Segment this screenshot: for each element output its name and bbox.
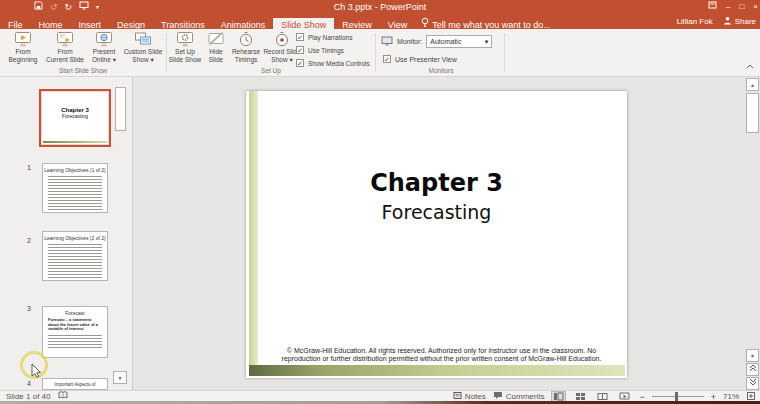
previous-slide-button[interactable] xyxy=(746,363,759,376)
zoom-in-button[interactable]: + xyxy=(711,392,716,402)
set-up-slide-show-icon xyxy=(168,31,202,48)
share-button[interactable]: Share xyxy=(723,16,756,27)
window-title: Ch 3.pptx - PowerPoint xyxy=(0,2,760,12)
thumbnail-slide-2[interactable]: Learning Objectives (1 of 2) xyxy=(42,163,108,213)
monitor-icon xyxy=(381,36,393,47)
minimize-button[interactable]: – xyxy=(726,0,730,14)
window-controls: – □ × xyxy=(708,0,758,14)
ribbon-tab-bar: FileHomeInsertDesignTransitionsAnimation… xyxy=(0,14,760,29)
next-slide-button[interactable] xyxy=(746,377,759,390)
scroll-up-button[interactable]: ▴ xyxy=(746,78,759,91)
set-up-slide-show-button[interactable]: Set Up Slide Show xyxy=(168,30,202,63)
rehearse-timings-icon xyxy=(230,31,262,48)
slide-number: 2 xyxy=(27,237,31,244)
hide-slide-icon xyxy=(203,31,229,48)
mini-text-lines xyxy=(48,335,102,349)
custom-slide-show-icon xyxy=(122,31,164,48)
dropdown-arrow-icon: ▾ xyxy=(113,56,116,63)
group-label-monitors: Monitors xyxy=(378,67,504,74)
user-name[interactable]: Lillian Fok xyxy=(677,17,713,26)
from-current-slide-button[interactable]: From Current Slide xyxy=(44,30,86,63)
present-online-icon xyxy=(88,31,120,48)
dropdown-arrow-icon: ▾ xyxy=(289,56,292,63)
from-beginning-button[interactable]: From Beginning xyxy=(4,30,42,63)
dropdown-arrow-icon: ▾ xyxy=(150,56,153,63)
group-label-set-up: Set Up xyxy=(168,67,374,74)
monitor-label: Monitor: xyxy=(397,38,422,45)
play-narrations-checkbox[interactable]: ✓ Play Narrations xyxy=(296,33,352,41)
play-from-beginning-icon xyxy=(4,31,42,48)
slide-number: 4 xyxy=(27,380,31,387)
title-bar: ↺ ↻ ▾ Ch 3.pptx - PowerPoint – □ × xyxy=(0,0,760,14)
mini-slide-accent xyxy=(43,141,107,143)
zoom-slider-thumb[interactable] xyxy=(675,392,678,401)
thumbnail-slide-1[interactable]: Chapter 3 Forecasting xyxy=(39,89,111,147)
editor-scrollbar-thumb[interactable] xyxy=(746,93,759,133)
chevron-down-icon: ▾ xyxy=(485,38,489,46)
checkbox-checked-icon: ✓ xyxy=(383,55,391,63)
monitor-dropdown[interactable]: Automatic ▾ xyxy=(426,35,492,48)
share-label: Share xyxy=(735,17,756,26)
hide-slide-button[interactable]: Hide Slide xyxy=(203,30,229,63)
custom-slide-show-button[interactable]: Custom Slide Show ▾ xyxy=(122,30,164,63)
powerpoint-window: ↺ ↻ ▾ Ch 3.pptx - PowerPoint – □ × FileH… xyxy=(0,0,760,404)
checkbox-checked-icon: ✓ xyxy=(296,33,304,41)
use-timings-checkbox[interactable]: ✓ Use Timings xyxy=(296,46,344,54)
play-from-current-icon xyxy=(44,31,86,48)
workspace: 1 Chapter 3 Forecasting 2 Learning Objec… xyxy=(0,77,760,390)
checkbox-checked-icon: ✓ xyxy=(296,46,304,54)
monitor-selector: Monitor: Automatic ▾ xyxy=(381,35,492,48)
slide-left-accent xyxy=(249,91,258,365)
checkbox-checked-icon: ✓ xyxy=(296,59,304,67)
slide-counter[interactable]: Slide 1 of 40 xyxy=(6,392,50,401)
collapse-ribbon-button[interactable] xyxy=(746,55,754,73)
slide-editor-area: Chapter 3 Forecasting © McGraw-Hill Educ… xyxy=(134,77,760,390)
mini-text-lines xyxy=(48,176,102,212)
ribbon-display-options-icon[interactable] xyxy=(708,0,717,14)
group-divider xyxy=(504,33,505,72)
slide-canvas[interactable]: Chapter 3 Forecasting © McGraw-Hill Educ… xyxy=(246,91,627,378)
thumbnail-slide-5[interactable]: Important Aspects of xyxy=(42,378,108,390)
slide-show-ribbon: From Beginning From Current Slide Presen… xyxy=(0,29,760,77)
thumbnail-slide-3[interactable]: Learning Objectives (2 of 2) xyxy=(42,231,108,281)
scroll-down-button[interactable]: ▾ xyxy=(746,349,759,362)
rehearse-timings-button[interactable]: Rehearse Timings xyxy=(230,30,262,63)
present-online-button[interactable]: Present Online ▾ xyxy=(88,30,120,63)
use-presenter-view-checkbox[interactable]: ✓ Use Presenter View xyxy=(383,55,457,63)
slide-number: 1 xyxy=(27,164,31,171)
thumbnail-scrollbar-down-button[interactable]: ▾ xyxy=(113,371,127,384)
person-icon xyxy=(723,16,732,27)
slide-subtitle-text[interactable]: Forecasting xyxy=(246,201,627,223)
group-divider xyxy=(375,33,376,72)
show-media-controls-checkbox[interactable]: ✓ Show Media Controls xyxy=(296,59,370,67)
zoom-percentage[interactable]: 71% xyxy=(723,392,739,401)
mini-text-lines xyxy=(48,244,102,280)
slide-copyright-text[interactable]: © McGraw-Hill Education. All rights rese… xyxy=(270,347,613,363)
slide-bottom-accent xyxy=(249,365,625,376)
thumbnail-slide-4[interactable]: Forecast Forecast – a statement about th… xyxy=(42,306,108,358)
zoom-out-button[interactable]: − xyxy=(639,392,644,402)
slide-thumbnail-panel: 1 Chapter 3 Forecasting 2 Learning Objec… xyxy=(0,77,133,390)
status-bar: Slide 1 of 40 Notes Comments xyxy=(0,390,760,401)
restore-button[interactable]: □ xyxy=(739,0,744,14)
group-label-start-slide-show: Start Slide Show xyxy=(0,67,166,74)
thumbnail-scrollbar-thumb[interactable] xyxy=(115,87,126,131)
slide-title-text[interactable]: Chapter 3 xyxy=(246,169,627,197)
close-button[interactable]: × xyxy=(753,0,758,14)
slide-number: 3 xyxy=(27,305,31,312)
group-divider xyxy=(166,33,167,72)
zoom-slider[interactable] xyxy=(652,396,704,397)
